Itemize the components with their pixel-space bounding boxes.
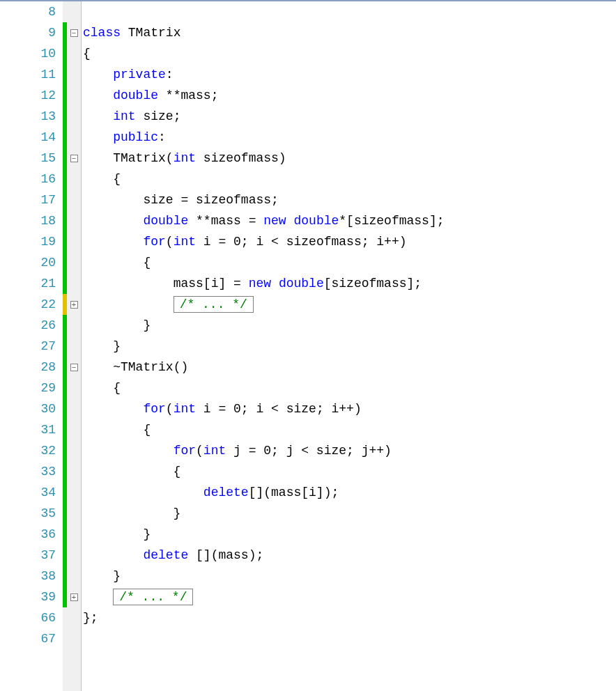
line-number: 15 [0,148,56,169]
keyword: int [174,235,196,249]
keyword: int [174,151,196,165]
code-line[interactable]: double **mass; [83,85,616,106]
line-number: 18 [0,210,56,231]
line-number: 67 [0,628,56,649]
keyword: for [174,444,196,458]
fold-cell: − [67,357,81,378]
line-number: 27 [0,336,56,357]
fold-cell [67,566,81,587]
line-number: 11 [0,64,56,85]
fold-cell [67,503,81,524]
keyword: double [293,214,339,228]
fold-cell [67,169,81,189]
line-number: 21 [0,273,56,294]
code-line[interactable]: { [83,419,616,440]
keyword: int [203,444,226,458]
keyword: double [113,88,158,102]
keyword: for [143,235,165,249]
code-line[interactable]: for(int i = 0; i < size; i++) [83,398,616,419]
collapse-icon[interactable]: − [70,29,78,37]
expand-icon[interactable]: + [70,301,78,309]
code-area[interactable]: class TMatrix { private: double **mass; … [82,1,616,691]
code-line[interactable]: TMatrix(int sizeofmass) [83,148,616,169]
expand-icon[interactable]: + [70,593,78,601]
fold-cell [67,252,81,273]
code-line[interactable]: delete [](mass); [83,545,616,566]
fold-cell [67,231,81,252]
code-line[interactable] [83,1,616,22]
code-line[interactable]: } [83,566,616,587]
gutter: 8 9 10 11 12 13 14 15 16 17 18 19 20 21 … [0,1,82,691]
line-number: 37 [0,545,56,566]
fold-cell [67,482,81,503]
fold-cell [67,545,81,566]
collapse-icon[interactable]: − [70,364,78,371]
code-line[interactable]: ~TMatrix() [83,357,616,378]
folded-region[interactable]: /* ... */ [174,296,254,313]
fold-cell [67,461,81,482]
code-line[interactable]: { [83,169,616,189]
fold-cell [67,315,81,336]
code-line[interactable]: } [83,336,616,357]
fold-cell: − [67,22,81,43]
line-number: 33 [0,461,56,482]
fold-cell [67,607,81,628]
code-line[interactable]: double **mass = new double*[sizeofmass]; [83,210,616,231]
code-line[interactable]: } [83,315,616,336]
keyword: double [143,214,188,228]
code-line[interactable]: public: [83,127,616,148]
line-number: 31 [0,419,56,440]
fold-cell [67,398,81,419]
line-number: 10 [0,43,56,64]
code-line[interactable]: { [83,252,616,273]
line-number: 16 [0,169,56,189]
line-number: 26 [0,315,56,336]
fold-cell [67,378,81,398]
folded-region[interactable]: /* ... */ [113,589,193,605]
code-line[interactable]: for(int j = 0; j < size; j++) [83,440,616,461]
line-number: 30 [0,398,56,419]
fold-cell [67,106,81,127]
keyword: double [279,277,324,290]
line-number: 35 [0,503,56,524]
code-line[interactable]: /* ... */ [83,294,616,315]
code-line[interactable]: { [83,43,616,64]
collapse-icon[interactable]: − [70,155,78,162]
code-line[interactable]: /* ... */ [83,587,616,607]
code-editor: 8 9 10 11 12 13 14 15 16 17 18 19 20 21 … [0,0,616,691]
code-line[interactable]: size = sizeofmass; [83,189,616,210]
code-line[interactable]: { [83,378,616,398]
code-line[interactable]: } [83,503,616,524]
fold-cell [67,524,81,545]
keyword: new [263,214,286,228]
code-line[interactable]: } [83,524,616,545]
code-line[interactable]: mass[i] = new double[sizeofmass]; [83,273,616,294]
fold-column: −−+−+ [67,1,81,691]
line-number: 66 [0,607,56,628]
code-line[interactable]: class TMatrix [83,22,616,43]
code-line[interactable]: private: [83,64,616,85]
line-number: 17 [0,189,56,210]
code-line[interactable]: }; [83,607,616,628]
fold-cell [67,419,81,440]
keyword: int [113,109,135,123]
line-number: 20 [0,252,56,273]
fold-cell [67,127,81,148]
line-number: 29 [0,378,56,398]
code-line[interactable]: delete[](mass[i]); [83,482,616,503]
keyword: private [113,68,166,81]
keyword: public [113,130,158,144]
line-number: 12 [0,85,56,106]
line-number: 13 [0,106,56,127]
keyword: delete [203,486,249,499]
line-numbers-column: 8 9 10 11 12 13 14 15 16 17 18 19 20 21 … [0,1,63,691]
line-number: 9 [0,22,56,43]
code-line[interactable]: for(int i = 0; i < sizeofmass; i++) [83,231,616,252]
fold-cell [67,628,81,649]
code-line[interactable] [83,628,616,649]
line-number: 32 [0,440,56,461]
fold-cell [67,210,81,231]
line-number: 14 [0,127,56,148]
code-line[interactable]: int size; [83,106,616,127]
code-line[interactable]: { [83,461,616,482]
